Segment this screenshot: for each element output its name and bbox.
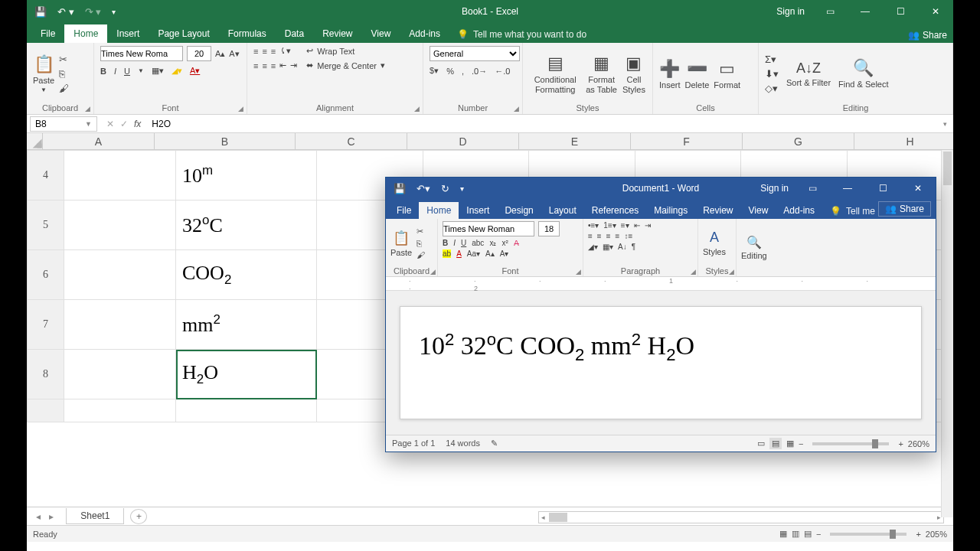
word-superscript-icon[interactable]: x²: [501, 239, 508, 247]
word-inc-indent-icon[interactable]: ⇥: [645, 221, 651, 230]
tab-data[interactable]: Data: [276, 24, 313, 43]
word-tab-design[interactable]: Design: [497, 202, 541, 219]
page-break-view-icon[interactable]: ▤: [804, 529, 812, 539]
cell-A5[interactable]: [64, 201, 176, 250]
cell-B5[interactable]: 32oC: [176, 201, 317, 250]
word-shrink-font-icon[interactable]: A▾: [500, 249, 509, 258]
zoom-out-icon[interactable]: −: [816, 530, 821, 539]
autosum-icon[interactable]: Σ▾: [765, 54, 779, 65]
merge-center-button[interactable]: ⬌ Merge & Center ▾: [306, 60, 385, 70]
word-read-view-icon[interactable]: ▭: [757, 439, 765, 448]
decrease-decimal-icon[interactable]: ←.0: [495, 67, 510, 76]
new-sheet-button[interactable]: +: [130, 509, 147, 524]
orientation-icon[interactable]: ⤹▾: [279, 46, 291, 56]
indent-dec-icon[interactable]: ⇤: [279, 60, 286, 70]
word-page-status[interactable]: Page 1 of 1: [392, 439, 435, 448]
word-highlight-icon[interactable]: ab: [443, 249, 451, 258]
word-dec-indent-icon[interactable]: ⇤: [634, 221, 640, 230]
insert-cells-button[interactable]: ➕Insert: [659, 59, 681, 90]
word-tab-mailings[interactable]: Mailings: [646, 202, 695, 219]
align-middle-icon[interactable]: ≡: [262, 47, 266, 56]
word-close-icon[interactable]: ✕: [900, 177, 936, 200]
select-all-corner[interactable]: [27, 133, 43, 149]
word-painter-icon[interactable]: 🖌: [416, 250, 425, 259]
cell-A8[interactable]: [64, 350, 176, 399]
word-align-right-icon[interactable]: ≡: [606, 232, 611, 240]
cell-A6[interactable]: [64, 250, 176, 300]
word-font-color-icon[interactable]: A: [456, 249, 462, 258]
cell-B8[interactable]: H2O: [176, 350, 317, 399]
tab-view[interactable]: View: [362, 24, 400, 43]
share-button[interactable]: 👥 Share: [908, 30, 947, 41]
cell-B6[interactable]: COO2: [176, 250, 317, 300]
cell-styles-button[interactable]: ▣Cell Styles: [622, 54, 646, 93]
word-tab-add-ins[interactable]: Add-ins: [776, 202, 822, 219]
tab-formulas[interactable]: Formulas: [219, 24, 276, 43]
word-font-size-input[interactable]: [538, 221, 560, 236]
zoom-in-icon[interactable]: +: [916, 530, 920, 539]
tellme[interactable]: 💡 Tell me what you want to do: [457, 29, 586, 43]
fill-color-icon[interactable]: ◢▾: [172, 66, 182, 76]
font-color-icon[interactable]: A▾: [190, 66, 200, 76]
word-ribbon-display-icon[interactable]: ▭: [795, 177, 830, 200]
word-tab-home[interactable]: Home: [419, 202, 459, 219]
copy-icon[interactable]: ⎘: [59, 68, 69, 80]
qat-customize-icon[interactable]: ▾: [112, 8, 116, 16]
zoom-level[interactable]: 205%: [926, 530, 947, 539]
word-tab-layout[interactable]: Layout: [541, 202, 584, 219]
horizontal-scrollbar[interactable]: ◂▸: [538, 511, 944, 523]
fill-icon[interactable]: ⬇▾: [765, 68, 779, 80]
word-sort-icon[interactable]: A↓: [618, 243, 627, 251]
word-maximize-icon[interactable]: ☐: [865, 177, 900, 200]
cancel-formula-icon[interactable]: ✕: [106, 119, 114, 129]
word-numbering-icon[interactable]: 1≡▾: [603, 221, 616, 230]
close-icon[interactable]: ✕: [918, 0, 953, 23]
word-underline[interactable]: U: [461, 239, 466, 247]
align-right-icon[interactable]: ≡: [271, 61, 276, 70]
save-icon[interactable]: 💾: [34, 6, 47, 18]
word-bold[interactable]: B: [443, 239, 448, 247]
sheet-nav-icons[interactable]: ◂ ▸: [27, 511, 66, 522]
comma-icon[interactable]: ,: [462, 67, 464, 76]
format-cells-button[interactable]: ▭Format: [714, 59, 740, 90]
align-center-icon[interactable]: ≡: [262, 61, 266, 70]
column-header-D[interactable]: D: [407, 133, 519, 149]
cell-A7[interactable]: [64, 300, 176, 350]
signin-button[interactable]: Sign in: [769, 0, 812, 23]
formula-input[interactable]: H2O: [147, 117, 937, 131]
italic-button[interactable]: I: [114, 67, 116, 76]
minimize-icon[interactable]: —: [848, 0, 883, 23]
percent-icon[interactable]: %: [446, 67, 454, 76]
wrap-text-button[interactable]: ↩ Wrap Text: [306, 46, 385, 56]
align-top-icon[interactable]: ≡: [253, 47, 258, 56]
redo-icon[interactable]: ↷ ▾: [85, 6, 102, 18]
word-ruler[interactable]: · · · · 1 · · · · 2: [386, 277, 936, 291]
column-header-F[interactable]: F: [631, 133, 743, 149]
format-as-table-button[interactable]: ▦Format as Table: [583, 54, 620, 93]
column-header-C[interactable]: C: [296, 133, 407, 149]
word-align-left-icon[interactable]: ≡: [588, 232, 593, 240]
expand-formula-icon[interactable]: ▾: [937, 120, 953, 128]
word-zoom-out-icon[interactable]: −: [799, 439, 803, 448]
word-copy-icon[interactable]: ⎘: [416, 239, 425, 248]
tab-review[interactable]: Review: [313, 24, 361, 43]
word-strike-icon[interactable]: abc: [472, 239, 484, 247]
word-justify-icon[interactable]: ≡: [616, 232, 620, 240]
word-zoom-level[interactable]: 260%: [908, 439, 929, 448]
fx-icon[interactable]: fx: [134, 119, 141, 129]
format-painter-icon[interactable]: 🖌: [59, 83, 69, 94]
row-header-7[interactable]: 7: [28, 300, 64, 350]
word-redo-icon[interactable]: ↻: [441, 183, 449, 194]
sort-filter-button[interactable]: A↓ZSort & Filter: [786, 60, 831, 87]
word-web-view-icon[interactable]: ▦: [786, 439, 794, 448]
word-zoom-in-icon[interactable]: +: [898, 439, 903, 448]
border-icon[interactable]: ▦▾: [152, 66, 164, 76]
word-editing-button[interactable]: 🔍Editing: [741, 235, 767, 260]
clear-icon[interactable]: ◇▾: [765, 83, 779, 94]
word-styles-button[interactable]: AStyles: [703, 230, 726, 256]
word-tab-references[interactable]: References: [584, 202, 646, 219]
decrease-font-icon[interactable]: A▾: [229, 49, 239, 59]
word-undo-icon[interactable]: ↶▾: [416, 183, 430, 194]
word-subscript-icon[interactable]: x₂: [489, 239, 496, 247]
row-header-8[interactable]: 8: [28, 350, 64, 399]
